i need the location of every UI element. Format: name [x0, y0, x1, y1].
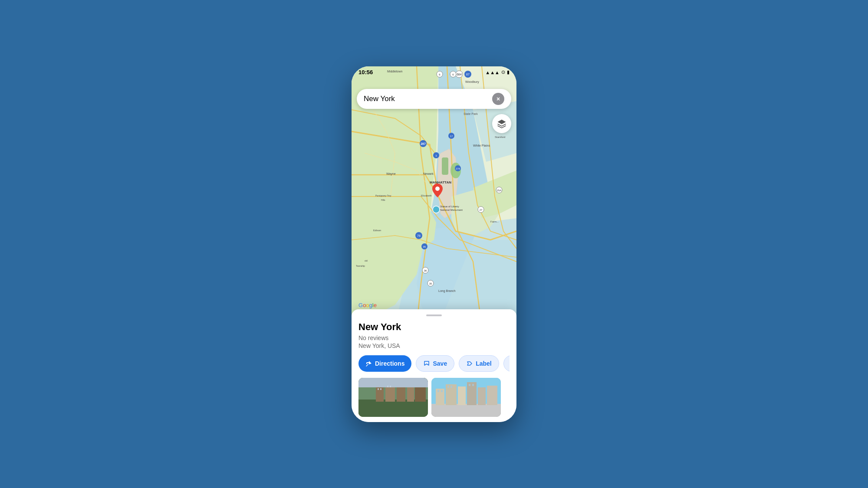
battery-icon: ▮	[507, 69, 510, 75]
svg-text:278: 278	[456, 167, 460, 170]
svg-text:27: 27	[480, 209, 483, 211]
svg-text:Farm...: Farm...	[490, 220, 499, 223]
svg-rect-85	[447, 386, 449, 388]
svg-text:36: 36	[424, 269, 427, 272]
svg-rect-88	[472, 384, 474, 386]
svg-rect-76	[431, 404, 501, 417]
svg-rect-84	[441, 390, 443, 392]
place-name: New York	[358, 321, 510, 333]
svg-rect-2	[442, 157, 448, 175]
svg-rect-81	[478, 387, 486, 405]
svg-text:Township: Township	[356, 265, 365, 267]
svg-rect-73	[387, 386, 388, 387]
svg-text:Elizabeth: Elizabeth	[421, 194, 432, 197]
save-button[interactable]: Save	[416, 355, 454, 372]
save-icon	[423, 360, 430, 367]
svg-rect-70	[358, 378, 428, 387]
panel-handle	[426, 314, 442, 316]
svg-text:Hills: Hills	[381, 199, 385, 201]
svg-rect-65	[376, 386, 384, 402]
svg-text:Edison: Edison	[373, 229, 381, 232]
svg-text:old: old	[365, 259, 368, 262]
signal-icon: ▲▲▲	[485, 70, 500, 75]
svg-rect-87	[469, 384, 470, 386]
svg-rect-86	[450, 386, 452, 388]
label-button[interactable]: Label	[459, 355, 499, 372]
svg-rect-80	[467, 382, 477, 405]
svg-text:25A: 25A	[497, 189, 502, 192]
svg-text:Woodbury: Woodbury	[465, 80, 479, 84]
status-icons: ▲▲▲ ⊙ ▮	[485, 69, 510, 75]
wifi-icon: ⊙	[501, 69, 505, 75]
svg-text:35: 35	[429, 282, 432, 285]
search-query: New York	[364, 95, 492, 103]
svg-text:Newark: Newark	[423, 172, 434, 175]
svg-point-51	[435, 187, 440, 191]
svg-text:Parsippany-Troy: Parsippany-Troy	[375, 194, 391, 197]
svg-rect-72	[380, 388, 381, 390]
svg-rect-64	[358, 400, 428, 417]
directions-button[interactable]: Directions	[358, 355, 411, 372]
photo-2[interactable]	[431, 378, 501, 417]
action-buttons: Directions Save Label	[358, 355, 510, 372]
svg-text:Stamford: Stamford	[495, 136, 505, 138]
svg-rect-67	[397, 386, 405, 402]
svg-rect-77	[436, 389, 444, 405]
phone-screen: MANHATTAN Newark Elizabeth White Plains …	[352, 66, 516, 422]
svg-rect-68	[407, 387, 414, 402]
svg-text:78: 78	[417, 234, 421, 237]
label-icon	[466, 360, 473, 367]
svg-text:17: 17	[450, 135, 453, 138]
svg-text:National Monument: National Monument	[440, 209, 463, 211]
share-button[interactable]	[503, 355, 510, 372]
svg-text:White Plains: White Plains	[473, 144, 490, 147]
search-close-button[interactable]: ×	[492, 93, 504, 105]
photo-strip[interactable]	[358, 378, 510, 417]
svg-rect-83	[437, 390, 439, 392]
place-reviews: No reviews	[358, 334, 510, 341]
bottom-panel: New York No reviews New York, USA Direct…	[352, 309, 516, 422]
status-bar: 10:56 ▲▲▲ ⊙ ▮	[352, 66, 516, 79]
svg-text:Wayne: Wayne	[386, 172, 396, 176]
map-layers-button[interactable]	[492, 114, 511, 133]
svg-text:287: 287	[421, 142, 426, 145]
svg-text:Long Branch: Long Branch	[438, 289, 456, 293]
place-location: New York, USA	[358, 342, 510, 349]
search-bar[interactable]: New York ×	[357, 89, 511, 109]
svg-rect-82	[487, 386, 497, 405]
svg-rect-71	[378, 388, 379, 390]
svg-point-47	[433, 206, 440, 213]
svg-text:Statue of Liberty: Statue of Liberty	[440, 205, 459, 208]
google-logo: Google	[358, 302, 377, 308]
photo-1[interactable]	[358, 378, 428, 417]
directions-icon	[365, 360, 372, 367]
svg-rect-79	[458, 386, 466, 405]
map-pin	[432, 183, 443, 199]
svg-text:State Park: State Park	[464, 112, 478, 115]
svg-rect-74	[390, 386, 391, 387]
svg-text:95: 95	[423, 246, 426, 248]
status-time: 10:56	[358, 69, 373, 75]
